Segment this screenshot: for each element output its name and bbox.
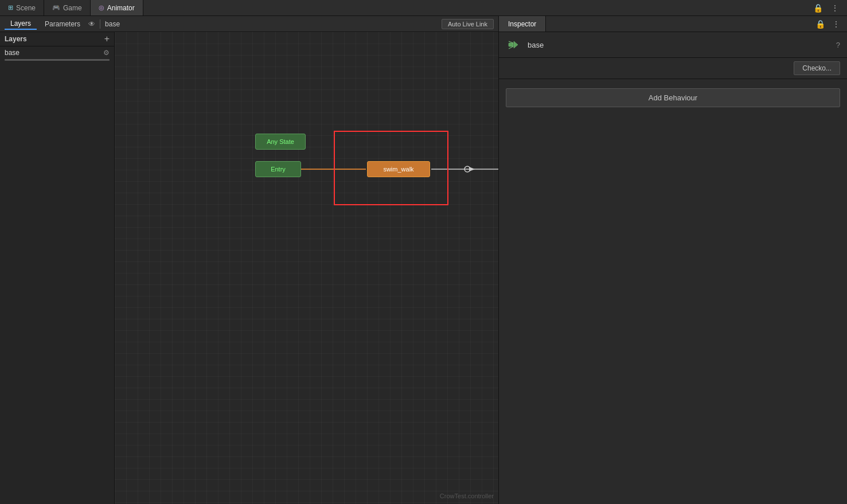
- layer-progress-bar: [5, 59, 110, 61]
- breadcrumb: base: [105, 20, 120, 28]
- tab-game-label: Game: [63, 4, 82, 12]
- connections-svg: [115, 32, 498, 504]
- parameters-tab[interactable]: Parameters: [39, 19, 86, 29]
- tab-scene[interactable]: ⊞ Scene: [0, 0, 44, 15]
- animator-icon: ◎: [99, 4, 104, 11]
- lock-button[interactable]: 🔒: [811, 2, 825, 14]
- layers-title: Layers: [5, 35, 27, 43]
- auto-live-link-button[interactable]: Auto Live Link: [442, 19, 494, 29]
- main-area: Layers Parameters 👁 base Auto Live Link …: [0, 16, 847, 504]
- layers-header: Layers +: [0, 32, 114, 46]
- inspector-tab-right: 🔒 ⋮: [813, 18, 847, 30]
- state-entry[interactable]: Entry: [255, 161, 301, 177]
- checkout-row: Checko...: [499, 58, 847, 79]
- svg-line-5: [509, 46, 513, 49]
- animator-toolbar: Layers Parameters 👁 base Auto Live Link: [0, 16, 498, 32]
- svg-rect-2: [509, 43, 513, 46]
- inspector-lock-button[interactable]: 🔒: [813, 18, 828, 30]
- tab-bar-right: 🔒 ⋮: [811, 2, 847, 14]
- animator-content: Layers + base ⚙: [0, 32, 498, 504]
- tab-animator[interactable]: ◎ Animator: [91, 0, 143, 15]
- svg-line-4: [509, 41, 513, 43]
- inspector-help: ?: [836, 41, 840, 49]
- inspector-tab-bar: Inspector 🔒 ⋮: [499, 16, 847, 32]
- animator-panel: Layers Parameters 👁 base Auto Live Link …: [0, 16, 499, 504]
- scene-icon: ⊞: [8, 4, 13, 11]
- inspector-header: base ?: [499, 32, 847, 58]
- tab-bar: ⊞ Scene 🎮 Game ◎ Animator 🔒 ⋮: [0, 0, 847, 16]
- svg-marker-3: [514, 41, 518, 48]
- graph-watermark: CrowTest.controller: [440, 493, 494, 499]
- state-swim-walk[interactable]: swim_walk: [367, 161, 430, 177]
- inspector-panel: Inspector 🔒 ⋮ base ?: [499, 16, 847, 504]
- inspector-more-button[interactable]: ⋮: [830, 18, 842, 30]
- inspector-body: [499, 116, 847, 504]
- layers-sidebar: Layers + base ⚙: [0, 32, 115, 504]
- inspector-state-icon: [506, 37, 522, 53]
- add-behaviour-button[interactable]: Add Behaviour: [506, 88, 840, 107]
- inspector-title: base: [528, 41, 830, 49]
- tab-scene-label: Scene: [16, 4, 36, 12]
- add-layer-button[interactable]: +: [104, 34, 110, 44]
- visibility-toggle[interactable]: 👁: [88, 20, 95, 28]
- game-icon: 🎮: [52, 4, 60, 11]
- tab-game[interactable]: 🎮 Game: [44, 0, 91, 15]
- tab-animator-label: Animator: [107, 4, 135, 12]
- more-menu-button[interactable]: ⋮: [829, 2, 841, 14]
- transition-arrow: [469, 167, 475, 171]
- layer-item-base[interactable]: base ⚙: [0, 46, 114, 59]
- layers-tab[interactable]: Layers: [5, 18, 37, 30]
- toolbar-separator: [100, 19, 100, 29]
- transition-dot: [465, 166, 470, 172]
- graph-area[interactable]: Any State Entry swim_walk Exit CrowTest.…: [115, 32, 498, 504]
- breadcrumb-base: base: [105, 20, 120, 28]
- inspector-tab[interactable]: Inspector: [499, 16, 546, 32]
- state-any-state[interactable]: Any State: [255, 134, 306, 150]
- layer-name-base: base: [5, 49, 100, 57]
- layer-gear-button[interactable]: ⚙: [103, 49, 110, 57]
- inspector-help-button[interactable]: ?: [836, 41, 840, 49]
- checkout-button[interactable]: Checko...: [794, 61, 840, 75]
